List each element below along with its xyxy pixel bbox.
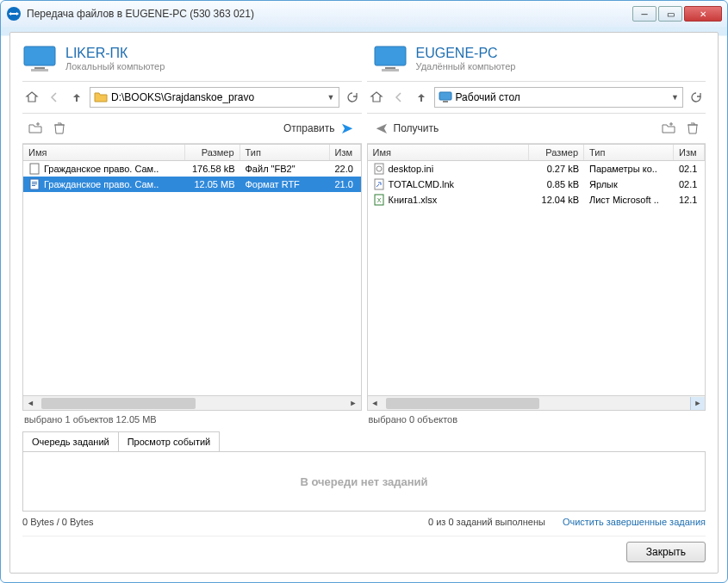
remote-selection-status: выбрано 0 объектов xyxy=(367,411,706,431)
tab-events[interactable]: Просмотр событий xyxy=(119,431,221,452)
file-size: 0.85 kB xyxy=(529,179,584,189)
file-date: 22.0 xyxy=(330,164,361,174)
queue-empty-text: В очереди нет заданий xyxy=(300,475,427,488)
local-subtitle: Локальный компьютер xyxy=(65,61,165,71)
local-file-list[interactable]: Гражданское право. Сам..176.58 kBФайл "F… xyxy=(22,161,362,396)
file-name: Гражданское право. Сам.. xyxy=(44,179,159,189)
local-path-input[interactable]: D:\BOOKS\Grajdanskoe_pravo ▼ xyxy=(90,87,339,108)
monitor-icon xyxy=(373,45,408,72)
window-close-button[interactable]: ✕ xyxy=(684,6,722,22)
svg-rect-3 xyxy=(31,69,48,71)
svg-rect-12 xyxy=(32,183,37,184)
file-icon xyxy=(373,178,385,190)
local-file-pane: Имя Размер Тип Изм Гражданское право. Са… xyxy=(22,144,362,431)
minimize-button[interactable]: ─ xyxy=(632,6,656,22)
table-row[interactable]: Гражданское право. Сам..176.58 kBФайл "F… xyxy=(23,161,361,177)
file-icon xyxy=(28,178,40,190)
file-name: Книга1.xlsx xyxy=(389,195,438,205)
col-name[interactable]: Имя xyxy=(368,145,530,160)
local-selection-status: выбрано 1 объектов 12.05 MB xyxy=(22,411,362,431)
file-type: Параметры ко.. xyxy=(584,164,674,174)
file-icon: X xyxy=(373,194,385,206)
table-row[interactable]: Гражданское право. Сам..12.05 MBФормат R… xyxy=(23,177,361,192)
delete-icon[interactable] xyxy=(683,119,702,138)
file-size: 0.27 kB xyxy=(529,164,584,174)
file-icon xyxy=(373,163,385,175)
remote-column-headers[interactable]: Имя Размер Тип Изм xyxy=(367,144,706,161)
file-date: 12.1 xyxy=(674,195,705,205)
local-column-headers[interactable]: Имя Размер Тип Изм xyxy=(22,144,362,161)
remote-path-text: Рабочий стол xyxy=(456,91,520,103)
col-type[interactable]: Тип xyxy=(240,145,330,160)
new-folder-icon[interactable] xyxy=(26,119,45,138)
file-type: Файл "FB2" xyxy=(240,164,330,174)
scroll-right-icon[interactable]: ► xyxy=(346,397,361,410)
svg-rect-13 xyxy=(32,185,35,186)
jobs-status: 0 из 0 заданий выполнены xyxy=(428,517,545,527)
local-computer-header: LIKER-ПК Локальный компьютер xyxy=(22,43,356,81)
file-date: 02.1 xyxy=(674,179,705,189)
up-icon[interactable] xyxy=(67,88,86,107)
titlebar[interactable]: Передача файлов в EUGENE-PC (530 363 021… xyxy=(1,1,727,27)
close-button[interactable]: Закрыть xyxy=(626,542,706,562)
local-scrollbar[interactable]: ◄ ► xyxy=(22,396,362,411)
clear-completed-link[interactable]: Очистить завершенные задания xyxy=(563,517,706,527)
col-size[interactable]: Размер xyxy=(529,145,584,160)
window-title: Передача файлов в EUGENE-PC (530 363 021… xyxy=(27,8,631,20)
svg-rect-1 xyxy=(24,47,55,65)
svg-rect-2 xyxy=(34,67,45,69)
dropdown-icon[interactable]: ▼ xyxy=(671,93,679,102)
col-date[interactable]: Изм xyxy=(330,145,361,160)
new-folder-icon[interactable] xyxy=(659,119,678,138)
tab-queue[interactable]: Очередь заданий xyxy=(22,431,119,452)
col-type[interactable]: Тип xyxy=(584,145,674,160)
scroll-thumb[interactable] xyxy=(41,398,196,409)
file-name: Гражданское право. Сам.. xyxy=(44,164,159,174)
remote-toolbar: ➤ Получить xyxy=(367,113,706,144)
delete-icon[interactable] xyxy=(50,119,69,138)
home-icon[interactable] xyxy=(367,88,386,107)
file-name: desktop.ini xyxy=(389,164,434,174)
local-name: LIKER-ПК xyxy=(65,46,165,61)
back-icon[interactable] xyxy=(389,88,408,107)
maximize-button[interactable]: ▭ xyxy=(658,6,682,22)
scroll-left-icon[interactable]: ◄ xyxy=(368,397,383,410)
teamviewer-icon xyxy=(6,6,22,22)
receive-label: Получить xyxy=(394,122,439,134)
remote-subtitle: Удалённый компьютер xyxy=(416,61,516,71)
send-button[interactable]: Отправить ➤ xyxy=(278,117,358,140)
file-size: 12.05 MB xyxy=(185,179,240,189)
monitor-icon xyxy=(22,45,57,72)
remote-path-input[interactable]: Рабочий стол ▼ xyxy=(434,87,684,108)
table-row[interactable]: XКнига1.xlsx12.04 kBЛист Microsoft ..12.… xyxy=(368,192,706,208)
file-type: Ярлык xyxy=(584,179,674,189)
refresh-icon[interactable] xyxy=(343,88,362,107)
dropdown-icon[interactable]: ▼ xyxy=(327,93,335,102)
bytes-status: 0 Bytes / 0 Bytes xyxy=(22,517,94,527)
desktop-icon xyxy=(439,90,452,104)
table-row[interactable]: TOTALCMD.lnk0.85 kBЯрлык02.1 xyxy=(368,177,706,192)
remote-nav-bar: Рабочий стол ▼ xyxy=(367,81,706,113)
receive-button[interactable]: ➤ Получить xyxy=(370,117,445,140)
scroll-thumb[interactable] xyxy=(386,398,540,409)
col-size[interactable]: Размер xyxy=(185,145,240,160)
remote-scrollbar[interactable]: ◄ ► xyxy=(367,396,706,411)
scroll-right-icon[interactable]: ► xyxy=(690,397,705,410)
refresh-icon[interactable] xyxy=(687,88,706,107)
file-date: 02.1 xyxy=(674,164,705,174)
back-icon[interactable] xyxy=(45,88,64,107)
remote-name: EUGENE-PC xyxy=(416,46,516,61)
remote-file-list[interactable]: desktop.ini0.27 kBПараметры ко..02.1TOTA… xyxy=(367,161,706,396)
local-nav-bar: D:\BOOKS\Grajdanskoe_pravo ▼ xyxy=(22,81,362,113)
file-size: 176.58 kB xyxy=(185,164,240,174)
file-type: Формат RTF xyxy=(240,179,330,189)
col-name[interactable]: Имя xyxy=(23,145,185,160)
svg-rect-9 xyxy=(30,164,39,174)
scroll-left-icon[interactable]: ◄ xyxy=(23,397,38,410)
table-row[interactable]: desktop.ini0.27 kBПараметры ко..02.1 xyxy=(368,161,706,177)
send-arrow-icon: ➤ xyxy=(340,119,353,138)
col-date[interactable]: Изм xyxy=(674,145,705,160)
svg-rect-5 xyxy=(385,67,395,69)
up-icon[interactable] xyxy=(412,88,431,107)
home-icon[interactable] xyxy=(22,88,41,107)
